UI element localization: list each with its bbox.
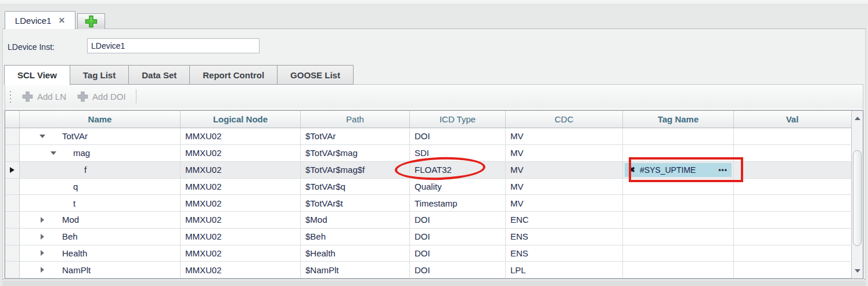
cell-ln: MMXU02 <box>181 179 301 196</box>
table-row-totvar[interactable]: TotVArMMXU02$TotVArDOIMV <box>5 128 851 145</box>
cell-tag-name <box>623 145 734 162</box>
table-row-mod[interactable]: ModMMXU02$ModDOIENC <box>5 212 851 229</box>
add-ln-button[interactable]: Add LN <box>16 88 71 105</box>
scrollbar-thumb[interactable] <box>853 150 862 246</box>
document-tab-ldevice1[interactable]: LDevice1 ✕ <box>5 11 75 29</box>
cell-val <box>734 229 851 245</box>
row-indicator <box>5 128 20 145</box>
cell-name: f <box>20 162 181 179</box>
expand-icon[interactable] <box>37 217 48 223</box>
cell-name: Beh <box>20 229 181 245</box>
tab-goose-list[interactable]: GOOSE List <box>277 65 354 85</box>
grid-header-row: NameLogical NodePathICD TypeCDCTag NameV… <box>5 111 851 128</box>
cell-ln: MMXU02 <box>181 262 301 278</box>
row-indicator <box>5 162 20 179</box>
tab-scl-view[interactable]: SCL View <box>4 65 70 85</box>
expand-icon[interactable] <box>37 267 48 273</box>
ldevice-inst-label: LDevice Inst: <box>8 42 55 52</box>
cell-tag-name <box>623 229 734 245</box>
cell-icd: Quality <box>410 179 506 196</box>
cell-cdc: ENS <box>506 229 623 245</box>
tab-data-set[interactable]: Data Set <box>128 65 190 85</box>
tab-tag-list[interactable]: Tag List <box>70 65 129 85</box>
row-indicator <box>5 145 20 162</box>
cell-cdc: MV <box>506 162 623 179</box>
expand-icon[interactable] <box>37 234 48 240</box>
cell-name: TotVAr <box>20 128 181 145</box>
row-indicator <box>5 229 20 245</box>
close-icon[interactable]: ✕ <box>58 16 65 25</box>
cell-path: $Health <box>301 245 410 262</box>
node-name: t <box>73 198 75 208</box>
scroll-down-icon[interactable] <box>852 265 863 277</box>
node-name: Beh <box>62 231 78 241</box>
cell-path: $TotVAr$t <box>301 195 410 212</box>
cell-cdc: MV <box>506 195 623 212</box>
table-row-beh[interactable]: BehMMXU02$BehDOIENS <box>5 229 851 245</box>
toolbar-buttons: Add LNAdd DOI <box>16 88 131 105</box>
tag-name-value: #SYS_UPTIME <box>640 165 696 175</box>
expand-icon[interactable] <box>37 250 48 256</box>
row-indicator-header <box>5 111 20 128</box>
row-indicator <box>5 212 20 229</box>
cell-tag-name <box>623 195 734 212</box>
clear-tag-icon[interactable]: ✖ <box>629 165 635 174</box>
toolbar: Add LNAdd DOI <box>5 85 863 108</box>
tree-indent <box>20 245 37 262</box>
column-header-cdc[interactable]: CDC <box>506 111 623 128</box>
cell-name: t <box>20 195 181 212</box>
cell-tag-name <box>623 212 734 229</box>
ldevice-inst-input[interactable] <box>87 38 260 53</box>
tree-indent <box>20 162 59 178</box>
column-header-name[interactable]: Name <box>20 111 181 128</box>
cell-name: q <box>20 179 181 196</box>
node-name: f <box>84 165 87 175</box>
add-tab-button[interactable] <box>77 13 105 29</box>
tag-name-editor[interactable]: ✖#SYS_UPTIME••• <box>625 163 732 177</box>
plus-icon <box>21 90 34 103</box>
collapse-icon[interactable] <box>37 135 48 138</box>
cell-ln: MMXU02 <box>181 162 301 179</box>
cell-val <box>734 128 851 145</box>
row-indicator <box>5 245 20 262</box>
vertical-scrollbar[interactable] <box>851 111 863 278</box>
cell-cdc: MV <box>506 145 623 162</box>
cell-cdc: ENS <box>506 245 623 262</box>
column-header-val[interactable]: Val <box>734 111 851 128</box>
table-row-q[interactable]: qMMXU02$TotVAr$qQualityMV <box>5 179 851 196</box>
column-header-path[interactable]: Path <box>301 111 410 128</box>
column-header-icd-type[interactable]: ICD Type <box>410 111 506 128</box>
toolbar-grip-icon[interactable] <box>9 90 12 103</box>
toolbar-separator <box>136 89 136 103</box>
cell-ln: MMXU02 <box>181 245 301 262</box>
tab-report-control[interactable]: Report Control <box>189 65 278 85</box>
collapse-icon[interactable] <box>48 151 59 155</box>
row-indicator <box>5 179 20 196</box>
cell-cdc: LPL <box>506 262 623 278</box>
cell-ln: MMXU02 <box>181 229 301 245</box>
cell-val <box>734 245 851 262</box>
table-row-namplt[interactable]: NamPltMMXU02$NamPltDOILPL <box>5 262 851 278</box>
tree-indent <box>20 195 48 211</box>
cell-path: $NamPlt <box>301 262 410 278</box>
scroll-up-icon[interactable] <box>852 112 863 125</box>
node-name: Mod <box>62 215 79 225</box>
column-header-tag-name[interactable]: Tag Name <box>623 111 734 128</box>
table-row-health[interactable]: HealthMMXU02$HealthDOIENS <box>5 245 851 262</box>
tree-indent <box>20 212 37 228</box>
window-top-strip <box>0 0 868 5</box>
table-row-f[interactable]: fMMXU02$TotVAr$mag$fFLOAT32MV✖#SYS_UPTIM… <box>5 162 851 179</box>
table-row-t[interactable]: tMMXU02$TotVAr$tTimestampMV <box>5 195 851 212</box>
current-row-arrow-icon <box>10 167 15 173</box>
grid-body: TotVArMMXU02$TotVArDOIMVmagMMXU02$TotVAr… <box>5 128 851 278</box>
add-doi-button[interactable]: Add DOI <box>71 88 131 105</box>
cell-name: Mod <box>20 212 181 229</box>
table-row-mag[interactable]: magMMXU02$TotVAr$magSDIMV <box>5 145 851 162</box>
node-name: TotVAr <box>62 131 88 141</box>
tree-indent <box>20 229 37 245</box>
cell-path: $Mod <box>301 212 410 229</box>
column-header-logical-node[interactable]: Logical Node <box>181 111 301 128</box>
cell-name: NamPlt <box>20 262 181 278</box>
cell-val <box>734 145 851 162</box>
ellipsis-browse-icon[interactable]: ••• <box>718 166 727 174</box>
